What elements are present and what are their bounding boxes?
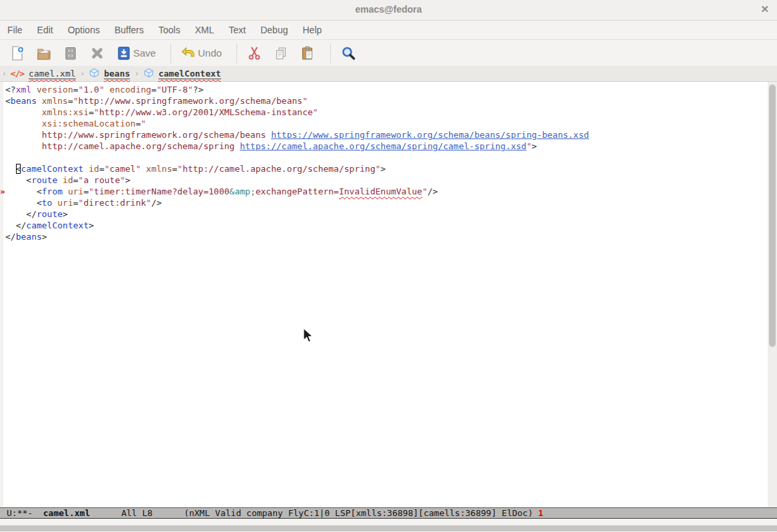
code-token: ": [376, 164, 381, 174]
code-token: exchangePattern=: [256, 186, 339, 196]
cube-icon: [89, 68, 99, 80]
code-token: [5, 107, 42, 117]
modeline-state: U:**-: [7, 508, 43, 518]
paste-button[interactable]: [300, 45, 316, 61]
code-token: <?: [5, 85, 16, 95]
code-token: [5, 186, 37, 196]
code-token: http://www.springframework.org/schema/be…: [42, 130, 266, 140]
code-token: [5, 220, 16, 230]
code-token: ": [177, 164, 182, 174]
toolbar-separator: [330, 43, 331, 63]
code-token: InvalidEnumValue: [339, 186, 422, 196]
title-bar: emacs@fedora ✕: [0, 0, 777, 21]
xml-tag-icon: </>: [11, 69, 24, 79]
menu-xml[interactable]: XML: [195, 25, 214, 35]
copy-button[interactable]: [273, 45, 289, 61]
code-token: a route: [83, 175, 120, 185]
new-file-button[interactable]: [9, 45, 25, 61]
menu-buffers[interactable]: Buffers: [115, 25, 144, 35]
code-line: </route>: [0, 208, 768, 220]
code-token: [5, 209, 26, 219]
modeline-buffer-name: camel.xml: [43, 508, 90, 518]
undo-icon: [180, 45, 196, 61]
menu-tools[interactable]: Tools: [158, 25, 180, 35]
toolbar-separator: [236, 43, 237, 63]
code-token: =: [73, 198, 79, 208]
menu-bar: FileEditOptionsBuffersToolsXMLTextDebugH…: [0, 21, 777, 40]
code-token: uri: [57, 198, 73, 208]
code-line: xmlns:xsi="http://www.w3.org/2001/XMLSch…: [0, 107, 768, 118]
menu-debug[interactable]: Debug: [260, 25, 288, 35]
search-button[interactable]: [340, 45, 356, 61]
menu-file[interactable]: File: [7, 25, 23, 35]
code-token: https://www.springframework.org/schema/b…: [271, 130, 589, 140]
code-token: [5, 198, 37, 208]
code-token: ": [94, 107, 99, 117]
code-token: </: [26, 209, 37, 219]
code-token: id: [63, 175, 73, 185]
code-token: direct:drink: [83, 198, 146, 208]
code-token: beans: [16, 232, 42, 242]
code-token: ": [188, 85, 193, 95]
code-token: >: [381, 164, 386, 174]
code-token: xmlns: [146, 164, 172, 174]
code-line: » <from uri="timer:timerName?delay=1000&…: [0, 186, 768, 197]
mode-line: U:**- camel.xml All L8 (nXML Valid compa…: [0, 507, 777, 519]
cut-button[interactable]: [246, 45, 262, 61]
code-token: http://www.w3.org/2001/XMLSchema-instanc…: [99, 107, 313, 117]
editor-area[interactable]: <?xml version="1.0" encoding="UTF-8"?><b…: [0, 82, 777, 507]
code-token: =: [89, 107, 94, 117]
code-line: </beans>: [0, 231, 768, 242]
code-token: =: [68, 96, 73, 106]
code-token: ": [146, 198, 151, 208]
code-token: &amp;: [230, 186, 256, 196]
undo-button-label: Undo: [198, 47, 222, 59]
open-file-button[interactable]: [36, 45, 52, 61]
code-token: xmlns:xsi: [42, 107, 89, 117]
breadcrumb-item-camelcontext[interactable]: camelContext: [158, 69, 221, 79]
save-icon: [116, 45, 132, 61]
breadcrumb-item-beans[interactable]: beans: [104, 69, 130, 79]
echo-area[interactable]: [0, 519, 777, 525]
code-token: =: [73, 175, 79, 185]
menu-text[interactable]: Text: [229, 25, 246, 35]
search-icon: [340, 45, 356, 61]
code-token: ": [73, 96, 79, 106]
breadcrumb-separator: ›: [134, 69, 139, 78]
open-folder-icon: [36, 45, 52, 61]
code-line: <?xml version="1.0" encoding="UTF-8"?>: [0, 84, 768, 95]
cut-scissors-icon: [246, 45, 262, 61]
code-token: [5, 130, 42, 140]
code-token: >: [89, 220, 94, 230]
save-button[interactable]: Save: [116, 45, 156, 61]
scrollbar-thumb[interactable]: [769, 85, 776, 347]
modeline-error-count: 1: [538, 508, 543, 518]
code-token: =: [73, 85, 79, 95]
code-token: [266, 130, 271, 140]
code-line: <camelContext id="camel" xmlns="http://c…: [0, 163, 768, 174]
scrollbar[interactable]: [768, 82, 777, 507]
copy-icon: [273, 45, 289, 61]
code-token: timer:timerName?delay=1000: [94, 186, 230, 196]
menu-help[interactable]: Help: [302, 25, 322, 35]
undo-button[interactable]: Undo: [180, 45, 222, 61]
code-token: ": [527, 141, 532, 151]
code-token: ": [156, 85, 162, 95]
breadcrumb-item-camel-xml[interactable]: camel.xml: [29, 69, 75, 79]
code-token: UTF-8: [162, 85, 188, 95]
code-line: xsi:schemaLocation=": [0, 118, 768, 129]
close-buffer-button[interactable]: [89, 45, 105, 61]
code-token: [5, 164, 16, 174]
close-icon[interactable]: ✕: [760, 3, 769, 15]
code-token: [37, 96, 42, 106]
code-token: [5, 175, 26, 185]
code-line: <route id="a route">: [0, 174, 768, 186]
code-token: =: [99, 164, 105, 174]
code-token: from: [42, 186, 63, 196]
menu-options[interactable]: Options: [68, 25, 100, 35]
code-token: <: [37, 198, 42, 208]
file-cabinet-button[interactable]: [63, 45, 79, 61]
code-token: https://camel.apache.org/schema/spring/c…: [240, 141, 526, 151]
window-title: emacs@fedora: [0, 4, 777, 15]
menu-edit[interactable]: Edit: [37, 25, 53, 35]
